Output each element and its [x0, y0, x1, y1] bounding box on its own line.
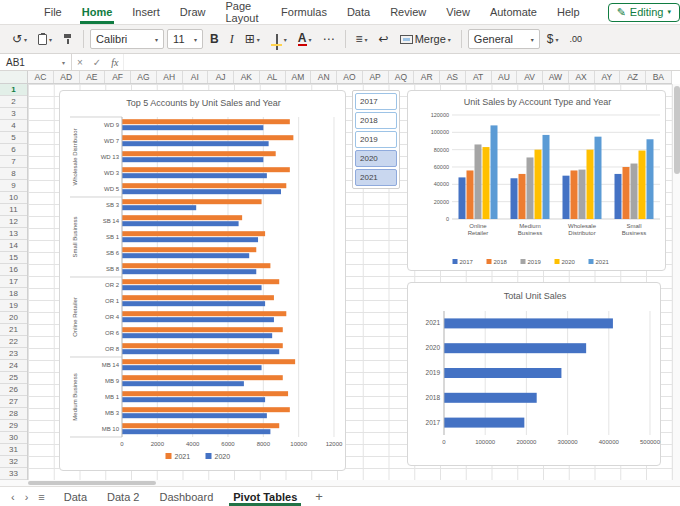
column-header-ak[interactable]: AK — [234, 71, 260, 83]
merge-button[interactable]: Merge ▾ — [396, 31, 455, 47]
fill-color-button[interactable]: ▾ — [267, 33, 291, 46]
row-header-9[interactable]: 9 — [0, 180, 27, 192]
select-all-corner[interactable] — [0, 71, 28, 83]
column-header-ay[interactable]: AY — [595, 71, 621, 83]
confirm-icon[interactable]: ✓ — [88, 57, 106, 68]
row-header-32[interactable]: 32 — [0, 456, 27, 468]
bold-button[interactable]: B — [206, 30, 223, 48]
row-header-19[interactable]: 19 — [0, 300, 27, 312]
font-color-button[interactable]: A ▾ — [294, 31, 316, 48]
slicer-item-2020[interactable]: 2020 — [355, 150, 397, 167]
sheet-tab-data[interactable]: Data — [54, 487, 97, 506]
menu-tab-page-layout[interactable]: Page Layout — [215, 0, 271, 24]
column-header-al[interactable]: AL — [260, 71, 286, 83]
fx-icon[interactable]: fx — [106, 57, 123, 68]
column-header-an[interactable]: AN — [311, 71, 337, 83]
more-formatting-button[interactable]: ⋯ — [319, 30, 339, 48]
column-header-am[interactable]: AM — [286, 71, 312, 83]
column-header-aj[interactable]: AJ — [208, 71, 234, 83]
column-header-au[interactable]: AU — [492, 71, 518, 83]
column-header-aq[interactable]: AQ — [389, 71, 415, 83]
row-header-26[interactable]: 26 — [0, 384, 27, 396]
row-header-29[interactable]: 29 — [0, 420, 27, 432]
slicer-item-2019[interactable]: 2019 — [355, 131, 397, 148]
font-size-select[interactable]: 11 ▾ — [167, 29, 203, 49]
decimals-button[interactable]: .00 — [566, 32, 587, 46]
menu-tab-home[interactable]: Home — [72, 0, 123, 24]
all-sheets-icon[interactable]: ≡ — [33, 491, 49, 503]
menu-tab-review[interactable]: Review — [380, 0, 436, 24]
row-header-6[interactable]: 6 — [0, 144, 27, 156]
row-header-28[interactable]: 28 — [0, 408, 27, 420]
chart-total-unit-sales[interactable]: Total Unit Sales010000020000030000040000… — [407, 282, 661, 466]
menu-tab-insert[interactable]: Insert — [122, 0, 170, 24]
column-header-ah[interactable]: AH — [157, 71, 183, 83]
row-header-18[interactable]: 18 — [0, 288, 27, 300]
column-header-ae[interactable]: AE — [80, 71, 106, 83]
row-header-13[interactable]: 13 — [0, 228, 27, 240]
italic-button[interactable]: I — [226, 30, 238, 49]
column-header-ar[interactable]: AR — [414, 71, 440, 83]
column-header-ag[interactable]: AG — [131, 71, 157, 83]
column-header-aw[interactable]: AW — [543, 71, 569, 83]
currency-button[interactable]: $ ▾ — [543, 30, 563, 48]
column-header-ac[interactable]: AC — [28, 71, 54, 83]
number-format-select[interactable]: General ▾ — [468, 29, 540, 49]
sheet-nav-left-icon[interactable]: ‹ — [6, 491, 20, 503]
menu-tab-draw[interactable]: Draw — [170, 0, 216, 24]
column-header-ai[interactable]: AI — [183, 71, 209, 83]
sheet-tab-pivot-tables[interactable]: Pivot Tables — [223, 487, 307, 506]
row-header-23[interactable]: 23 — [0, 348, 27, 360]
slicer-item-2021[interactable]: 2021 — [355, 169, 397, 186]
row-header-33[interactable]: 33 — [0, 468, 27, 480]
add-sheet-button[interactable]: + — [307, 489, 331, 504]
column-header-ax[interactable]: AX — [569, 71, 595, 83]
slicer-item-2018[interactable]: 2018 — [355, 112, 397, 129]
column-header-ba[interactable]: BA — [646, 71, 672, 83]
year-slicer[interactable]: 20172018201920202021 — [352, 90, 400, 189]
row-header-20[interactable]: 20 — [0, 312, 27, 324]
row-header-30[interactable]: 30 — [0, 432, 27, 444]
chart-top5-accounts[interactable]: Top 5 Accounts by Unit Sales and Year020… — [59, 90, 346, 471]
undo-button[interactable]: ↺ ▾ — [8, 30, 31, 48]
sheet-tab-dashboard[interactable]: Dashboard — [149, 487, 223, 506]
row-header-16[interactable]: 16 — [0, 264, 27, 276]
sheet-nav-right-icon[interactable]: › — [20, 491, 34, 503]
slicer-item-2017[interactable]: 2017 — [355, 93, 397, 110]
menu-tab-view[interactable]: View — [436, 0, 480, 24]
format-painter-button[interactable] — [59, 32, 77, 46]
column-header-ao[interactable]: AO — [337, 71, 363, 83]
cancel-icon[interactable]: × — [72, 57, 88, 68]
row-header-27[interactable]: 27 — [0, 396, 27, 408]
row-header-14[interactable]: 14 — [0, 240, 27, 252]
name-box[interactable]: AB1 ▾ — [0, 54, 72, 70]
row-header-8[interactable]: 8 — [0, 168, 27, 180]
row-header-17[interactable]: 17 — [0, 276, 27, 288]
borders-button[interactable]: ⊞ ▾ — [241, 30, 264, 48]
column-header-av[interactable]: AV — [517, 71, 543, 83]
column-header-at[interactable]: AT — [466, 71, 492, 83]
row-header-15[interactable]: 15 — [0, 252, 27, 264]
row-header-7[interactable]: 7 — [0, 156, 27, 168]
editing-mode-button[interactable]: ✎ Editing ▾ — [608, 3, 680, 22]
column-header-ad[interactable]: AD — [54, 71, 80, 83]
sheet-tab-data-2[interactable]: Data 2 — [97, 487, 149, 506]
horizontal-scrollbar-thumb[interactable] — [28, 481, 156, 485]
column-header-af[interactable]: AF — [105, 71, 131, 83]
formula-input[interactable] — [123, 54, 680, 70]
row-header-10[interactable]: 10 — [0, 192, 27, 204]
column-header-az[interactable]: AZ — [620, 71, 646, 83]
row-header-22[interactable]: 22 — [0, 336, 27, 348]
row-header-4[interactable]: 4 — [0, 120, 27, 132]
row-header-5[interactable]: 5 — [0, 132, 27, 144]
font-name-select[interactable]: Calibri ▾ — [90, 29, 164, 49]
vertical-scrollbar-thumb[interactable] — [674, 86, 680, 174]
row-header-31[interactable]: 31 — [0, 444, 27, 456]
menu-tab-data[interactable]: Data — [337, 0, 380, 24]
column-header-as[interactable]: AS — [440, 71, 466, 83]
row-header-11[interactable]: 11 — [0, 204, 27, 216]
menu-tab-formulas[interactable]: Formulas — [271, 0, 337, 24]
row-header-2[interactable]: 2 — [0, 96, 27, 108]
row-header-12[interactable]: 12 — [0, 216, 27, 228]
menu-tab-file[interactable]: File — [34, 0, 72, 24]
